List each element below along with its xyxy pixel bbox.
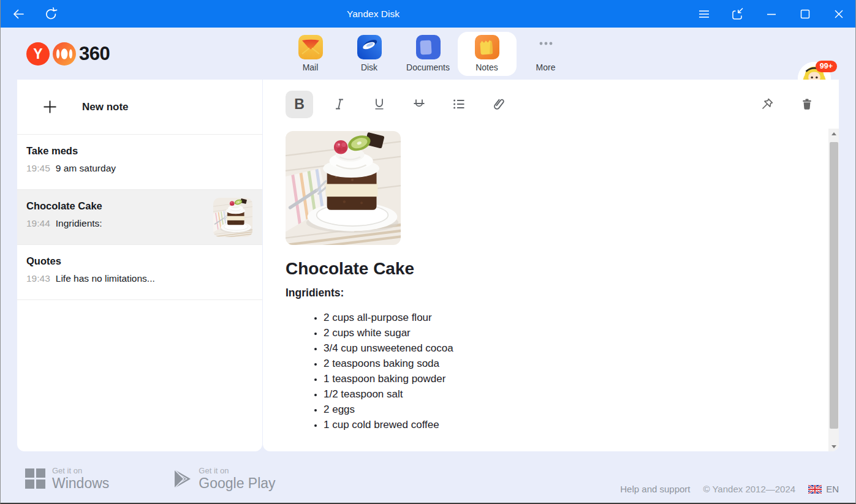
bold-button[interactable]: B (286, 91, 313, 118)
tab-mail[interactable]: Mail (281, 32, 340, 76)
strikethrough-button[interactable] (405, 91, 433, 118)
new-note-label: New note (82, 101, 129, 113)
tab-more[interactable]: More (517, 32, 575, 76)
editor-scrollbar[interactable] (828, 129, 839, 451)
ingredient-item[interactable]: 3/4 cup unsweetened cocoa (324, 340, 828, 356)
app-footer: Get it on Windows Get it on Google Play … (1, 450, 855, 503)
window-title: Yandex Disk (59, 9, 687, 20)
notification-badge: 99+ (816, 61, 837, 72)
language-label: EN (826, 484, 839, 494)
windows-badge-big-text: Windows (52, 475, 109, 491)
documents-icon (416, 35, 441, 59)
windows-badge-small-text: Get it on (52, 466, 109, 475)
ingredient-item[interactable]: 2 teaspoons baking soda (324, 356, 828, 371)
bullet-list-button[interactable] (445, 91, 472, 118)
note-list-item-selected[interactable]: Chocolate Cake 19:44 Ingridients: (17, 190, 262, 245)
yandex-y-icon: Y (26, 42, 50, 66)
gplay-badge-big-text: Google Play (199, 475, 275, 491)
ingredient-item[interactable]: 2 eggs (324, 402, 828, 417)
note-content[interactable]: Chocolate Cake Ingridients: 2 cups all-p… (263, 129, 828, 451)
italic-button[interactable] (325, 91, 353, 118)
more-icon (534, 35, 558, 59)
bullet-list-icon (452, 97, 466, 111)
note-preview: Life has no limitations... (56, 273, 155, 285)
ingredient-item[interactable]: 2 cups white sugar (324, 325, 828, 340)
scroll-up-arrow[interactable] (828, 129, 839, 138)
logo-360-text: 360 (79, 43, 110, 65)
trash-icon (800, 97, 814, 111)
tab-label: More (536, 62, 556, 72)
ingredient-item[interactable]: 1/2 teaspoon salt (324, 386, 828, 402)
note-title: Take meds (26, 145, 203, 157)
app-window: Yandex Disk (0, 0, 856, 504)
tab-documents[interactable]: Documents (399, 32, 458, 76)
tab-notes[interactable]: Notes (458, 32, 517, 76)
compact-mode-icon[interactable] (721, 0, 754, 28)
underline-icon (372, 97, 387, 111)
italic-icon (332, 97, 347, 111)
plus-icon (42, 99, 58, 115)
tab-label: Notes (475, 62, 498, 72)
note-preview: 9 am saturday (56, 162, 116, 175)
svg-text:Y: Y (33, 46, 42, 62)
editor-toolbar: B (263, 80, 839, 129)
note-subheading[interactable]: Ingridients: (286, 287, 828, 299)
close-icon[interactable] (822, 0, 855, 28)
titlebar: Yandex Disk (1, 0, 855, 28)
tab-label: Documents (406, 62, 450, 72)
note-time: 19:45 (26, 162, 50, 175)
note-list-item[interactable]: Take meds 19:45 9 am saturday (17, 135, 262, 190)
strikethrough-icon (412, 97, 426, 111)
notes-icon (475, 35, 499, 59)
note-time: 19:44 (26, 217, 50, 230)
note-title: Quotes (26, 255, 203, 268)
back-icon[interactable] (10, 6, 26, 22)
get-windows-app-link[interactable]: Get it on Windows (25, 466, 109, 491)
new-note-button[interactable]: New note (17, 80, 262, 135)
google-play-icon (173, 468, 192, 489)
delete-note-button[interactable] (793, 91, 820, 118)
note-image-cake[interactable] (286, 131, 401, 245)
360-rings-icon (53, 42, 76, 66)
get-google-play-link[interactable]: Get it on Google Play (173, 466, 275, 491)
minimize-icon[interactable] (754, 0, 788, 28)
note-preview: Ingridients: (56, 217, 102, 230)
paperclip-icon (491, 96, 507, 112)
disk-icon (357, 35, 382, 59)
refresh-icon[interactable] (43, 6, 59, 22)
gplay-badge-small-text: Get it on (199, 466, 275, 475)
note-heading[interactable]: Chocolate Cake (286, 258, 828, 279)
tab-label: Disk (361, 62, 377, 72)
notes-sidebar: New note Take meds 19:45 9 am saturday C… (17, 80, 262, 451)
underline-button[interactable] (365, 91, 393, 118)
note-list-item[interactable]: Quotes 19:43 Life has no limitations... (17, 245, 262, 300)
bold-glyph: B (294, 96, 305, 113)
pin-icon (760, 97, 775, 111)
tab-label: Mail (303, 62, 319, 72)
windows-icon (25, 468, 45, 489)
scrollbar-thumb[interactable] (830, 142, 838, 429)
pin-note-button[interactable] (753, 91, 781, 118)
service-nav: Mail Disk Documents (281, 28, 575, 80)
ingredient-item[interactable]: 2 cups all-purpose flour (324, 310, 828, 325)
language-selector[interactable]: EN (808, 484, 839, 494)
yandex-360-logo[interactable]: Y 360 (26, 42, 110, 66)
ingredient-item[interactable]: 1 cup cold brewed coffee (324, 417, 828, 432)
uk-flag-icon (808, 485, 822, 494)
app-header: Y 360 M (1, 28, 855, 80)
copyright-text: © Yandex 2012—2024 (703, 484, 796, 494)
mail-icon (298, 35, 323, 59)
note-title: Chocolate Cake (26, 200, 203, 213)
menu-icon[interactable] (687, 0, 721, 28)
note-time: 19:43 (26, 273, 50, 285)
note-editor-panel: B (263, 80, 839, 451)
attach-button[interactable] (485, 91, 512, 118)
maximize-icon[interactable] (788, 0, 822, 28)
tab-disk[interactable]: Disk (340, 32, 399, 76)
note-thumbnail (213, 198, 252, 237)
help-and-support-link[interactable]: Help and support (620, 484, 690, 494)
ingredient-item[interactable]: 1 teaspoon baking powder (324, 371, 828, 386)
ingredients-list[interactable]: 2 cups all-purpose flour 2 cups white su… (286, 310, 828, 432)
